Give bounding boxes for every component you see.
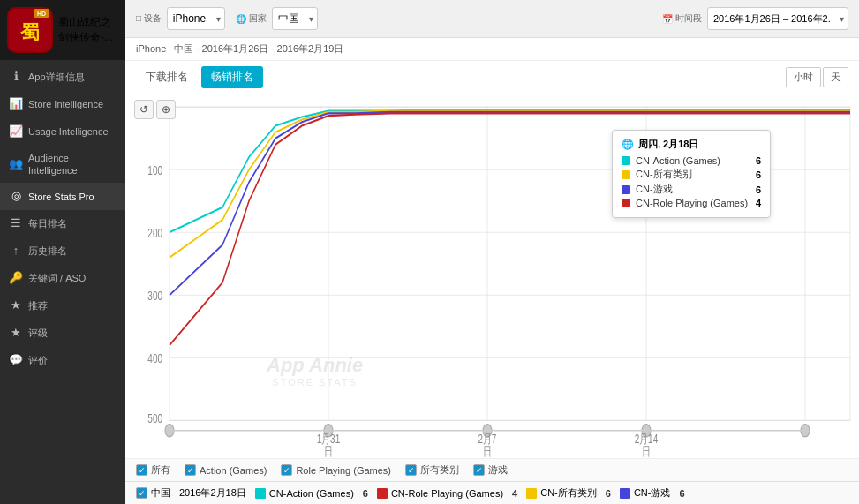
sidebar-item-daily-rank[interactable]: ☰ 每日排名	[0, 210, 125, 237]
tooltip-label-1: CN-所有类别	[636, 168, 750, 181]
sidebar-item-usage-intelligence[interactable]: 📈 Usage Intelligence	[0, 118, 125, 146]
tooltip-row-0: CN-Action (Games) 6	[622, 155, 761, 166]
sidebar: HD 蜀 蜀山战纪之剑侠传奇-... ℹ App详细信息 📊 Store Int…	[0, 0, 125, 504]
day-button[interactable]: 天	[823, 67, 848, 87]
chart-tabs: 下载排名 畅销排名	[136, 66, 263, 88]
svg-text:200: 200	[147, 226, 162, 240]
legend-bar: ✓ 所有 ✓ Action (Games) ✓ Role Playing (Ga…	[125, 458, 859, 481]
device-group: □ 设备 iPhone iPad iPod	[136, 7, 225, 30]
store-stats-pro-icon: ◎	[9, 189, 23, 204]
time-range-select-wrapper: 2016年1月26日 – 2016年2...	[707, 7, 848, 30]
tooltip-label-3: CN-Role Playing (Games)	[636, 198, 750, 208]
chart-tooltip: 🌐 周四, 2月18日 CN-Action (Games) 6 CN-所有类别 …	[612, 130, 771, 218]
bottom-color-action	[255, 488, 266, 499]
bottom-color-role	[377, 488, 388, 499]
tooltip-val-0: 6	[756, 155, 761, 166]
sidebar-item-reviews[interactable]: ★ 评级	[0, 320, 125, 347]
sidebar-item-history-rank[interactable]: ↑ 历史排名	[0, 237, 125, 265]
reset-button[interactable]: ↺	[134, 100, 154, 119]
legend-all-categories[interactable]: ✓ 所有类别	[405, 463, 459, 477]
legend-role-playing[interactable]: ✓ Role Playing (Games)	[281, 464, 391, 476]
tooltip-globe-icon: 🌐	[622, 139, 634, 150]
time-range-select[interactable]: 2016年1月26日 – 2016年2...	[707, 7, 848, 30]
bottom-color-all-cat	[526, 488, 537, 499]
globe-icon: 🌐	[236, 14, 246, 24]
tooltip-label-2: CN-游戏	[636, 183, 750, 196]
tooltip-header: 🌐 周四, 2月18日	[622, 138, 761, 151]
tooltip-val-1: 6	[756, 169, 761, 180]
sidebar-item-keyword-aso[interactable]: 🔑 关键词 / ASO	[0, 265, 125, 292]
time-range-group: 📅 时间段 2016年1月26日 – 2016年2...	[662, 7, 848, 30]
svg-text:HD: HD	[37, 11, 46, 17]
svg-text:日: 日	[483, 444, 492, 458]
comments-icon: 💬	[9, 353, 23, 368]
sidebar-item-store-intelligence[interactable]: 📊 Store Intelligence	[0, 91, 125, 118]
device-select[interactable]: iPhone iPad iPod	[167, 7, 225, 30]
chart-toolbar: 下载排名 畅销排名 小时 天	[125, 61, 859, 94]
legend-action[interactable]: ✓ Action (Games)	[185, 464, 267, 476]
tooltip-val-2: 6	[756, 184, 761, 195]
tab-download[interactable]: 下载排名	[136, 66, 198, 88]
sidebar-item-recommend[interactable]: ★ 推荐	[0, 292, 125, 320]
chart-area: ↺ ⊕ 1 100 200 300 400 500	[125, 94, 859, 458]
time-label: 📅 时间段	[662, 12, 702, 25]
bottom-bar: ✓ 中国 2016年2月18日 CN-Action (Games) 6 CN-R…	[125, 481, 859, 504]
legend-games[interactable]: ✓ 游戏	[473, 463, 508, 477]
app-name-text: 蜀山战纪之剑侠传奇-...	[58, 15, 118, 45]
bottom-val-role: 4	[512, 488, 517, 499]
tooltip-row-2: CN-游戏 6	[622, 183, 761, 196]
bottom-color-games	[620, 488, 630, 499]
bottom-val-all-cat: 6	[606, 488, 611, 499]
bottom-check-cn: ✓	[136, 487, 147, 499]
reviews-icon: ★	[9, 326, 23, 341]
country-select[interactable]: 中国 美国 日本	[272, 7, 318, 30]
tooltip-color-1	[622, 170, 630, 179]
sidebar-nav: ℹ App详细信息 📊 Store Intelligence 📈 Usage I…	[0, 60, 125, 378]
tooltip-color-0	[622, 156, 630, 165]
tooltip-row-3: CN-Role Playing (Games) 4	[622, 198, 761, 208]
zoom-button[interactable]: ⊕	[156, 100, 176, 119]
app-logo-area: HD 蜀 蜀山战纪之剑侠传奇-...	[0, 0, 125, 60]
device-select-wrapper: iPhone iPad iPod	[167, 7, 225, 30]
sidebar-item-audience-intelligence[interactable]: 👥 Audience Intelligence	[0, 146, 125, 184]
sidebar-item-store-stats-pro[interactable]: ◎ Store Stats Pro	[0, 183, 125, 210]
bottom-check-item: ✓ 中国	[136, 486, 170, 500]
sidebar-item-app-details[interactable]: ℹ App详细信息	[0, 64, 125, 91]
subtitle-text: iPhone · 中国 · 2016年1月26日 · 2016年2月19日	[136, 43, 343, 54]
bottom-val-action: 6	[363, 488, 368, 499]
legend-check-games: ✓	[473, 464, 485, 476]
country-select-wrapper: 中国 美国 日本	[272, 7, 318, 30]
info-icon: ℹ	[9, 70, 23, 85]
legend-check-all-categories: ✓	[405, 464, 417, 476]
legend-all[interactable]: ✓ 所有	[136, 463, 170, 477]
svg-text:蜀: 蜀	[20, 21, 40, 43]
svg-text:日: 日	[642, 444, 651, 458]
usage-intelligence-icon: 📈	[9, 124, 23, 139]
hour-button[interactable]: 小时	[786, 67, 821, 87]
sidebar-item-comments[interactable]: 💬 评价	[0, 347, 125, 374]
recommend-icon: ★	[9, 298, 23, 313]
tab-revenue[interactable]: 畅销排名	[201, 66, 263, 88]
tooltip-row-1: CN-所有类别 6	[622, 168, 761, 181]
calendar-icon: 📅	[662, 14, 673, 24]
subtitle-bar: iPhone · 中国 · 2016年1月26日 · 2016年2月19日	[125, 38, 859, 61]
app-icon: HD 蜀	[7, 7, 53, 53]
store-intelligence-icon: 📊	[9, 97, 23, 112]
svg-text:500: 500	[147, 411, 162, 425]
toolbar: □ 设备 iPhone iPad iPod 🌐 🌐 国家 国家 中国 美国 日本	[125, 0, 859, 38]
chart-controls: ↺ ⊕	[134, 100, 176, 119]
svg-text:300: 300	[147, 289, 162, 303]
bottom-cn-all-cat: CN-所有类别	[526, 486, 597, 500]
main-content: □ 设备 iPhone iPad iPod 🌐 🌐 国家 国家 中国 美国 日本	[125, 0, 859, 504]
bottom-cn-games: CN-游戏	[620, 486, 671, 500]
svg-text:日: 日	[324, 444, 333, 458]
country-label: 🌐 🌐 国家 国家	[236, 12, 267, 25]
legend-check-action: ✓	[185, 464, 196, 476]
legend-check-all: ✓	[136, 464, 147, 476]
tooltip-label-0: CN-Action (Games)	[636, 155, 750, 166]
bottom-val-games: 6	[679, 488, 684, 499]
tooltip-color-2	[622, 185, 630, 194]
history-rank-icon: ↑	[9, 244, 23, 259]
bottom-cn-role: CN-Role Playing (Games)	[377, 488, 503, 499]
bottom-country: 中国	[151, 486, 170, 500]
